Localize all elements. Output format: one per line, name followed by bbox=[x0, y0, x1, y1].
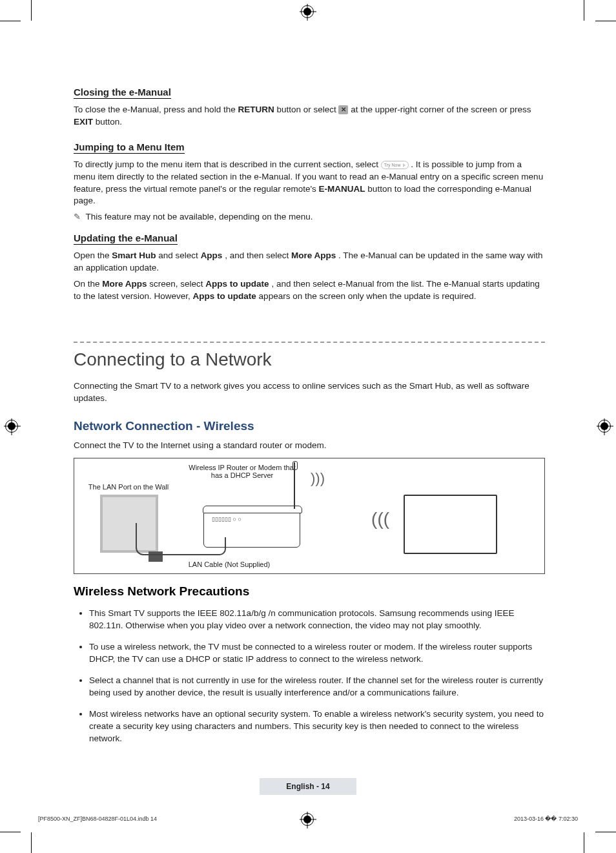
diagram-cable-label: LAN Cable (Not Supplied) bbox=[178, 560, 281, 568]
print-footer: [PF8500-XN_ZF]BN68-04828F-01L04.indb 14 … bbox=[36, 816, 580, 822]
text: appears on the screen only when the upda… bbox=[259, 291, 477, 301]
heading-network: Connecting to a Network bbox=[74, 349, 545, 370]
page-number: English - 14 bbox=[260, 778, 356, 795]
para-wireless: Connect the TV to the Internet using a s… bbox=[74, 440, 545, 452]
close-icon: ✕ bbox=[338, 105, 348, 114]
text: at the upper-right corner of the screen … bbox=[351, 105, 531, 114]
registration-mark-icon bbox=[301, 5, 314, 18]
text: screen, select bbox=[149, 279, 205, 289]
diagram-cable bbox=[207, 548, 226, 555]
para-jumping: To directly jump to the menu item that i… bbox=[74, 159, 545, 208]
cropmark bbox=[0, 21, 21, 21]
registration-mark-icon bbox=[5, 420, 18, 433]
heading-updating: Updating the e-Manual bbox=[74, 232, 178, 245]
para-closing: To close the e-Manual, press and hold th… bbox=[74, 104, 545, 128]
antenna-icon bbox=[294, 462, 295, 509]
appstoupdate-label: Apps to update bbox=[205, 279, 269, 289]
note-icon: ✎ bbox=[74, 211, 81, 223]
emanual-label: E-MANUAL bbox=[319, 184, 365, 194]
cropmark bbox=[31, 0, 32, 21]
moreapps-label: More Apps bbox=[291, 251, 336, 260]
diagram-lan-wall-label: The LAN Port on the Wall bbox=[83, 483, 174, 491]
trynow-icon: Try Now bbox=[381, 161, 409, 169]
list-item: To use a wireless network, the TV must b… bbox=[89, 641, 545, 666]
exit-label: EXIT bbox=[74, 117, 93, 127]
text: button. bbox=[96, 117, 122, 127]
heading-jumping: Jumping to a Menu Item bbox=[74, 141, 185, 154]
cropmark bbox=[595, 832, 616, 832]
cropmark bbox=[584, 832, 584, 853]
footer-filepath: [PF8500-XN_ZF]BN68-04828F-01L04.indb 14 bbox=[38, 816, 157, 822]
list-item: Most wireless networks have an optional … bbox=[89, 708, 545, 745]
heading-wireless: Network Connection - Wireless bbox=[74, 419, 545, 433]
cropmark bbox=[0, 832, 21, 832]
cropmark bbox=[584, 0, 584, 21]
text: On the bbox=[74, 279, 102, 289]
cropmark bbox=[31, 832, 32, 853]
radio-waves-icon: ))) bbox=[371, 509, 389, 529]
text: Open the bbox=[74, 251, 112, 260]
text: , and then select bbox=[225, 251, 291, 260]
note-text: This feature may not be available, depen… bbox=[86, 212, 313, 221]
text: To directly jump to the menu item that i… bbox=[74, 159, 381, 169]
text: button or select bbox=[276, 105, 338, 114]
list-item: Select a channel that is not currently i… bbox=[89, 675, 545, 699]
registration-mark-icon bbox=[598, 420, 611, 433]
router-icon: ▯▯▯▯▯▯ ○ ○ bbox=[203, 509, 300, 548]
text: To close the e-Manual, press and hold th… bbox=[74, 105, 238, 114]
precautions-list: This Smart TV supports the IEEE 802.11a/… bbox=[74, 608, 545, 745]
heading-precautions: Wireless Network Precautions bbox=[74, 584, 545, 599]
diagram-cable bbox=[136, 523, 207, 555]
diagram-router-label: Wireless IP Router or Modem that has a D… bbox=[184, 464, 300, 479]
cropmark bbox=[595, 21, 616, 21]
tv-icon bbox=[404, 495, 497, 554]
smarthub-label: Smart Hub bbox=[112, 251, 156, 260]
moreapps-label: More Apps bbox=[102, 279, 147, 289]
text: and select bbox=[158, 251, 200, 260]
para-updating-1: Open the Smart Hub and select Apps , and… bbox=[74, 250, 545, 274]
heading-closing: Closing the e-Manual bbox=[74, 87, 171, 99]
footer-timestamp: 2013-03-16 �� 7:02:30 bbox=[514, 816, 578, 822]
appstoupdate-label: Apps to update bbox=[193, 291, 256, 301]
para-updating-2: On the More Apps screen, select Apps to … bbox=[74, 278, 545, 303]
list-item: This Smart TV supports the IEEE 802.11a/… bbox=[89, 608, 545, 632]
apps-label: Apps bbox=[201, 251, 223, 260]
return-label: RETURN bbox=[238, 105, 274, 114]
page-content: Closing the e-Manual To close the e-Manu… bbox=[74, 77, 545, 754]
wireless-diagram: Wireless IP Router or Modem that has a D… bbox=[74, 458, 545, 574]
note-jumping: ✎ This feature may not be available, dep… bbox=[74, 211, 545, 223]
para-network-intro: Connecting the Smart TV to a network giv… bbox=[74, 380, 545, 405]
radio-waves-icon: ))) bbox=[311, 470, 325, 487]
divider bbox=[74, 342, 545, 343]
